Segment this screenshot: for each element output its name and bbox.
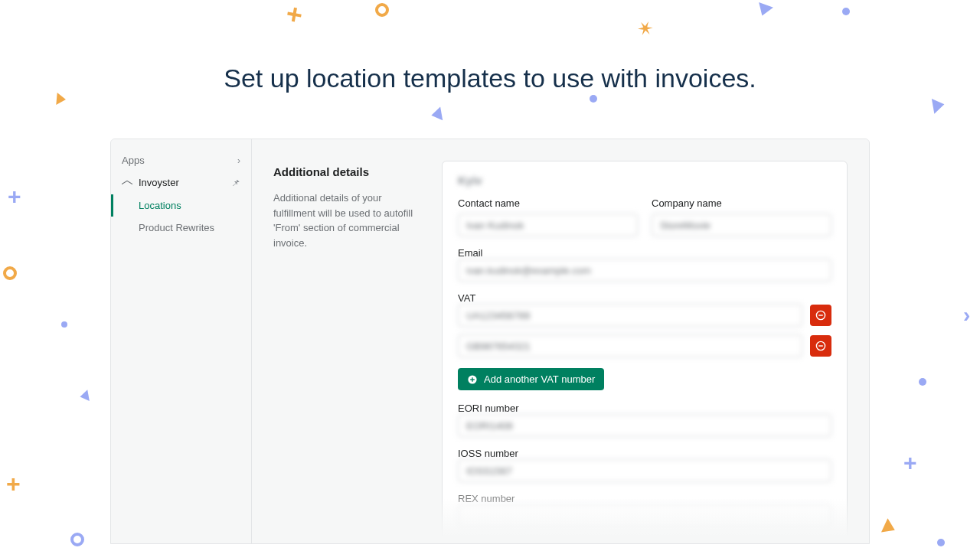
eori-label: EORI number [458, 403, 518, 414]
triangle-decor-icon [932, 96, 946, 113]
section-intro: Additional details Additional details of… [273, 161, 442, 250]
apps-label: Apps [122, 155, 145, 166]
sidebar-apps-header[interactable]: Apps › [111, 150, 251, 171]
triangle-decor-icon [755, 2, 773, 18]
location-name-heading: Kyiv [458, 174, 831, 187]
eori-input[interactable] [458, 414, 831, 437]
contact-label: Contact name [458, 197, 638, 209]
rex-label: REX number [458, 493, 514, 504]
plus-decor-icon: + [6, 470, 21, 498]
sidebar: Apps › Invoyster 📌︎ Locations Product Re… [111, 139, 252, 543]
minus-circle-icon [815, 341, 826, 351]
form-panel: Kyiv Contact name Company name Email VAT [442, 161, 848, 543]
app-window: Apps › Invoyster 📌︎ Locations Product Re… [110, 139, 870, 544]
company-label: Company name [652, 197, 831, 209]
intro-description: Additional details of your fulfillment w… [273, 191, 426, 250]
sidebar-app-invoyster[interactable]: Invoyster 📌︎ [111, 171, 251, 194]
ioss-label: IOSS number [458, 448, 518, 459]
intro-heading: Additional details [273, 165, 426, 178]
dot-decor-icon [937, 539, 945, 546]
triangle-decor-icon [881, 518, 898, 536]
contact-input[interactable] [458, 214, 638, 236]
minus-circle-icon [815, 310, 826, 321]
app-logo-icon [122, 178, 132, 188]
ring-decor-icon [375, 3, 389, 17]
delete-vat-button[interactable] [810, 305, 831, 326]
sidebar-item-product-rewrites[interactable]: Product Rewrites [111, 217, 251, 239]
sidebar-item-locations[interactable]: Locations [111, 194, 251, 217]
dot-decor-icon [61, 321, 67, 328]
content-area: Additional details Additional details of… [252, 139, 869, 543]
chevron-decor-icon: › [963, 303, 970, 328]
email-input[interactable] [458, 259, 831, 282]
pin-icon[interactable]: 📌︎ [231, 178, 240, 188]
dot-decor-icon [842, 8, 850, 15]
add-vat-button[interactable]: Add another VAT number [458, 368, 604, 390]
delete-vat-button[interactable] [810, 335, 831, 357]
add-vat-label: Add another VAT number [484, 373, 595, 385]
plus-decor-icon: + [284, 0, 305, 32]
star-decor-icon: ✶ [632, 15, 658, 43]
email-label: Email [458, 247, 483, 259]
company-input[interactable] [652, 214, 831, 236]
triangle-decor-icon [79, 390, 90, 403]
chevron-right-icon: › [237, 155, 240, 166]
rex-input[interactable] [458, 504, 831, 527]
vat-input-2[interactable] [458, 334, 802, 357]
plus-decor-icon: + [903, 450, 917, 476]
dot-decor-icon [919, 378, 926, 386]
dot-decor-icon [590, 95, 597, 103]
triangle-decor-icon [56, 93, 66, 106]
plus-decor-icon: + [8, 184, 21, 210]
ring-decor-icon [70, 533, 84, 546]
vat-input-1[interactable] [458, 304, 802, 327]
plus-circle-icon [467, 374, 478, 385]
ioss-input[interactable] [458, 459, 831, 482]
app-name-label: Invoyster [139, 177, 179, 188]
page-title: Set up location templates to use with in… [0, 64, 980, 93]
triangle-decor-icon [430, 106, 443, 122]
vat-label: VAT [458, 292, 475, 304]
ring-decor-icon [3, 266, 17, 280]
